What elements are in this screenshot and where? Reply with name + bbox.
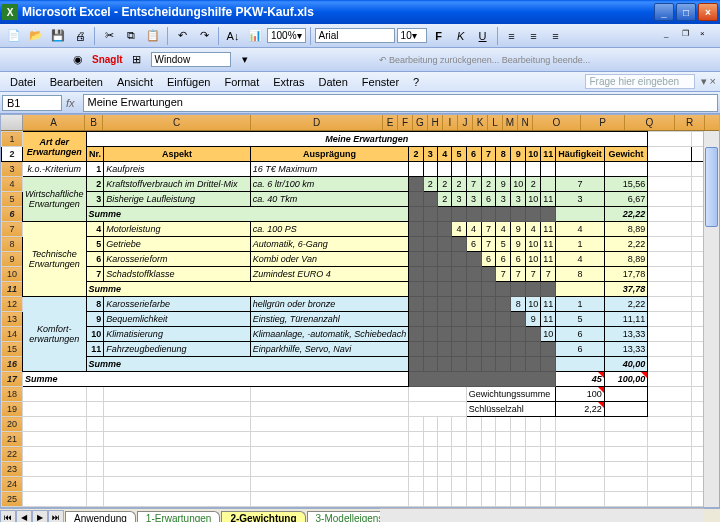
total-label: Summe [23, 372, 409, 387]
doc-restore-button[interactable]: ❐ [682, 29, 698, 43]
open-icon[interactable]: 📂 [26, 26, 46, 46]
hdr-art: Art der Erwartungen [23, 132, 86, 162]
column-headers: A B C D E F G H I J K L M N O P Q R [1, 115, 719, 131]
col-D[interactable]: D [251, 115, 383, 130]
menu-help[interactable]: ? [407, 74, 425, 90]
menu-bearbeiten[interactable]: Bearbeiten [44, 74, 109, 90]
redo-icon[interactable]: ↷ [194, 26, 214, 46]
menubar: Datei Bearbeiten Ansicht Einfügen Format… [0, 72, 720, 92]
menu-daten[interactable]: Daten [312, 74, 353, 90]
main-title: Meine Erwartungen [86, 132, 648, 147]
col-Q[interactable]: Q [625, 115, 675, 130]
tab-first-icon[interactable]: ⏮ [0, 510, 16, 523]
font-combo[interactable]: Arial [315, 28, 395, 43]
close-button[interactable]: × [698, 3, 718, 21]
col-L[interactable]: L [488, 115, 503, 130]
new-icon[interactable]: 📄 [4, 26, 24, 46]
gsum-label: Gewichtungssumme [466, 387, 556, 402]
align-right-icon[interactable]: ≡ [546, 26, 566, 46]
select-all-corner[interactable] [1, 115, 23, 130]
schl-label: Schlüsselzahl [466, 402, 556, 417]
col-N[interactable]: N [518, 115, 533, 130]
menu-fenster[interactable]: Fenster [356, 74, 405, 90]
font-size-combo[interactable]: 10 ▾ [397, 28, 427, 43]
schl-value: 2,22 [556, 402, 605, 417]
row-17[interactable]: 17 [2, 372, 23, 387]
gsum-value: 100 [556, 387, 605, 402]
underline-icon[interactable]: U [473, 26, 493, 46]
bearbeitung-text: ↶ Bearbeitung zurückgenen... Bearbeitung… [379, 55, 591, 65]
category-cell: Wirtschaftliche Erwartungen [23, 177, 86, 222]
snagit-go-icon[interactable]: ▾ [235, 50, 255, 70]
copy-icon[interactable]: ⧉ [121, 26, 141, 46]
window-titlebar: X Microsoft Excel - Entscheidungshilfe P… [0, 0, 720, 24]
col-G[interactable]: G [413, 115, 428, 130]
horizontal-scrollbar[interactable] [380, 508, 704, 522]
cut-icon[interactable]: ✂ [99, 26, 119, 46]
vertical-scrollbar[interactable] [703, 131, 719, 507]
sort-asc-icon[interactable]: A↓ [223, 26, 243, 46]
col-E[interactable]: E [383, 115, 398, 130]
spreadsheet[interactable]: A B C D E F G H I J K L M N O P Q R 1 Ar… [0, 114, 720, 508]
align-center-icon[interactable]: ≡ [524, 26, 544, 46]
col-M[interactable]: M [503, 115, 518, 130]
col-A[interactable]: A [23, 115, 85, 130]
zoom-combo[interactable]: 100% ▾ [267, 28, 306, 43]
menu-datei[interactable]: Datei [4, 74, 42, 90]
menu-einfuegen[interactable]: Einfügen [161, 74, 216, 90]
col-P[interactable]: P [581, 115, 625, 130]
row-1[interactable]: 1 [2, 132, 23, 147]
tab-erwartungen[interactable]: 1-Erwartungen [137, 511, 221, 523]
fx-icon[interactable]: fx [62, 97, 79, 109]
maximize-button[interactable]: □ [676, 3, 696, 21]
tab-prev-icon[interactable]: ◀ [16, 510, 32, 523]
category-cell: Technische Erwartungen [23, 222, 86, 297]
bold-icon[interactable]: F [429, 26, 449, 46]
col-F[interactable]: F [398, 115, 413, 130]
paste-icon[interactable]: 📋 [143, 26, 163, 46]
col-B[interactable]: B [85, 115, 103, 130]
col-H[interactable]: H [428, 115, 443, 130]
col-K[interactable]: K [473, 115, 488, 130]
minimize-button[interactable]: _ [654, 3, 674, 21]
snagit-icon[interactable]: ◉ [68, 50, 88, 70]
row-2[interactable]: 2 [2, 147, 23, 162]
hdr-nr: Nr. [86, 147, 104, 162]
menu-format[interactable]: Format [218, 74, 265, 90]
tab-last-icon[interactable]: ⏭ [48, 510, 64, 523]
tab-gewichtung[interactable]: 2-Gewichtung [221, 511, 305, 523]
hdr-ausp: Ausprägung [250, 147, 409, 162]
ask-question-box[interactable]: Frage hier eingeben [585, 74, 695, 89]
sheet-tabs: ⏮ ◀ ▶ ⏭ Anwendung 1-Erwartungen 2-Gewich… [0, 508, 720, 522]
doc-minimize-button[interactable]: _ [664, 29, 680, 43]
col-R[interactable]: R [675, 115, 705, 130]
italic-icon[interactable]: K [451, 26, 471, 46]
menu-ansicht[interactable]: Ansicht [111, 74, 159, 90]
col-J[interactable]: J [458, 115, 473, 130]
snagit-window-icon[interactable]: ⊞ [127, 50, 147, 70]
total-g: 100,00 [604, 372, 647, 387]
hdr-gewicht: Gewicht [604, 147, 647, 162]
excel-icon: X [2, 4, 18, 20]
snagit-label: SnagIt [92, 54, 123, 65]
print-icon[interactable]: 🖨 [70, 26, 90, 46]
chart-icon[interactable]: 📊 [245, 26, 265, 46]
snagit-mode-combo[interactable]: Window [151, 52, 231, 67]
menu-extras[interactable]: Extras [267, 74, 310, 90]
save-icon[interactable]: 💾 [48, 26, 68, 46]
toolbar-standard: 📄 📂 💾 🖨 ✂ ⧉ 📋 ↶ ↷ A↓ 📊 100% ▾ Arial 10 ▾… [0, 24, 720, 48]
doc-close-button[interactable]: × [700, 29, 716, 43]
align-left-icon[interactable]: ≡ [502, 26, 522, 46]
col-O[interactable]: O [533, 115, 581, 130]
formula-input[interactable]: Meine Erwartungen [83, 94, 718, 112]
col-C[interactable]: C [103, 115, 251, 130]
grid[interactable]: 1 Art der Erwartungen Meine Erwartungen … [1, 131, 719, 508]
col-I[interactable]: I [443, 115, 458, 130]
tab-anwendung[interactable]: Anwendung [65, 511, 136, 523]
total-h: 45 [556, 372, 605, 387]
undo-icon[interactable]: ↶ [172, 26, 192, 46]
tab-next-icon[interactable]: ▶ [32, 510, 48, 523]
formula-bar: B1 fx Meine Erwartungen [0, 92, 720, 114]
name-box[interactable]: B1 [2, 95, 62, 111]
toolbar-snagit: ◉ SnagIt ⊞ Window ▾ ↶ Bearbeitung zurück… [0, 48, 720, 72]
